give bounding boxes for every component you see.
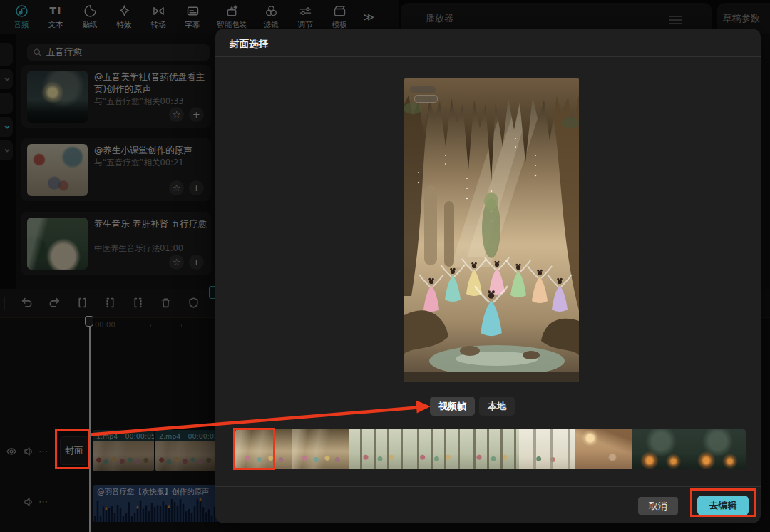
dialog-title: 封面选择 [230, 38, 268, 51]
cover-preview-image [404, 78, 579, 382]
filmstrip-frame[interactable] [462, 429, 519, 469]
app-window: 音频 TI 文本 贴纸 特效 转场 字幕 [0, 0, 770, 532]
filmstrip-frame[interactable] [689, 429, 746, 469]
cover-source-tabs: 视频帧 本地 [430, 397, 515, 416]
filmstrip-frame[interactable] [519, 429, 576, 469]
watermark-badge [410, 86, 436, 93]
divider [215, 486, 761, 487]
filmstrip-frame[interactable] [292, 429, 349, 469]
video-frame-filmstrip [235, 429, 746, 469]
tab-video-frame[interactable]: 视频帧 [430, 397, 475, 416]
filmstrip-frame[interactable] [235, 429, 292, 469]
watermark-badge [414, 95, 438, 103]
cover-selection-dialog: 封面选择 [215, 29, 761, 523]
filmstrip-frame[interactable] [575, 429, 632, 469]
go-edit-button[interactable]: 去编辑 [697, 496, 749, 516]
cancel-button[interactable]: 取消 [638, 497, 678, 515]
dialog-header: 封面选择 [215, 29, 761, 57]
filmstrip-frame[interactable] [632, 429, 689, 469]
filmstrip-frame[interactable] [349, 429, 406, 469]
tab-local[interactable]: 本地 [479, 397, 515, 416]
cave-dancers-illustration [404, 78, 579, 382]
filmstrip-frame[interactable] [406, 429, 463, 469]
